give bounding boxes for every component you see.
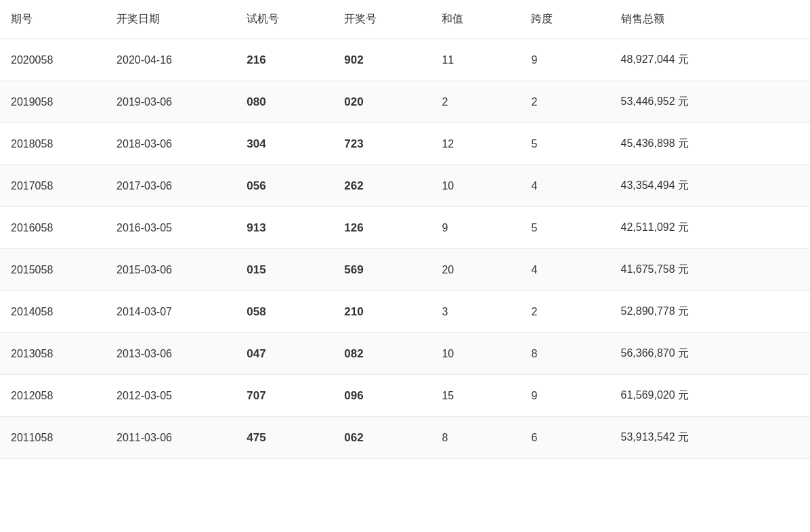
cell-qihao: 2017058 — [0, 165, 106, 207]
cell-xiaoshou: 48,927,044 元 — [610, 39, 810, 81]
cell-xiaoshou: 41,675,758 元 — [610, 249, 810, 291]
cell-kaijang: 262 — [333, 165, 431, 207]
cell-kuadu: 4 — [520, 249, 610, 291]
cell-xiaoshou: 42,511,092 元 — [610, 207, 810, 249]
cell-qihao: 2019058 — [0, 81, 106, 123]
cell-qihao: 2011058 — [0, 417, 106, 459]
table-row: 20130582013-03-0604708210856,366,870 元 — [0, 333, 810, 375]
cell-qihao: 2015058 — [0, 249, 106, 291]
cell-kuadu: 6 — [520, 417, 610, 459]
cell-hezhi: 12 — [431, 123, 520, 165]
cell-kaijang: 569 — [333, 249, 431, 291]
cell-date: 2013-03-06 — [106, 333, 236, 375]
table-row: 20110582011-03-064750628653,913,542 元 — [0, 417, 810, 459]
header-date: 开奖日期 — [106, 0, 236, 39]
header-kuadu: 跨度 — [520, 0, 610, 39]
cell-hezhi: 10 — [431, 165, 520, 207]
cell-kuadu: 9 — [520, 375, 610, 417]
header-shiji: 试机号 — [236, 0, 333, 39]
cell-shiji: 216 — [236, 39, 333, 81]
cell-shiji: 707 — [236, 375, 333, 417]
cell-shiji: 913 — [236, 207, 333, 249]
table-row: 20200582020-04-1621690211948,927,044 元 — [0, 39, 810, 81]
cell-qihao: 2013058 — [0, 333, 106, 375]
cell-hezhi: 3 — [431, 291, 520, 333]
table-row: 20150582015-03-0601556920441,675,758 元 — [0, 249, 810, 291]
cell-kaijang: 020 — [333, 81, 431, 123]
table-row: 20140582014-03-070582103252,890,778 元 — [0, 291, 810, 333]
cell-hezhi: 20 — [431, 249, 520, 291]
cell-kuadu: 5 — [520, 207, 610, 249]
header-qihao: 期号 — [0, 0, 106, 39]
header-kaijang: 开奖号 — [333, 0, 431, 39]
cell-kaijang: 082 — [333, 333, 431, 375]
header-hezhi: 和值 — [431, 0, 520, 39]
table-header-row: 期号 开奖日期 试机号 开奖号 和值 跨度 销售总额 — [0, 0, 810, 39]
header-xiaoshou: 销售总额 — [610, 0, 810, 39]
cell-hezhi: 2 — [431, 81, 520, 123]
cell-date: 2016-03-05 — [106, 207, 236, 249]
cell-qihao: 2018058 — [0, 123, 106, 165]
main-container: 期号 开奖日期 试机号 开奖号 和值 跨度 销售总额 20200582020-0… — [0, 0, 810, 532]
cell-qihao: 2014058 — [0, 291, 106, 333]
cell-date: 2020-04-16 — [106, 39, 236, 81]
cell-hezhi: 15 — [431, 375, 520, 417]
table-row: 20120582012-03-0570709615961,569,020 元 — [0, 375, 810, 417]
cell-hezhi: 11 — [431, 39, 520, 81]
cell-kaijang: 096 — [333, 375, 431, 417]
cell-kuadu: 4 — [520, 165, 610, 207]
table-row: 20170582017-03-0605626210443,354,494 元 — [0, 165, 810, 207]
cell-date: 2012-03-05 — [106, 375, 236, 417]
cell-shiji: 047 — [236, 333, 333, 375]
cell-xiaoshou: 56,366,870 元 — [610, 333, 810, 375]
cell-shiji: 058 — [236, 291, 333, 333]
cell-xiaoshou: 43,354,494 元 — [610, 165, 810, 207]
cell-date: 2015-03-06 — [106, 249, 236, 291]
table-row: 20160582016-03-059131269542,511,092 元 — [0, 207, 810, 249]
cell-qihao: 2016058 — [0, 207, 106, 249]
cell-shiji: 056 — [236, 165, 333, 207]
cell-hezhi: 9 — [431, 207, 520, 249]
cell-hezhi: 10 — [431, 333, 520, 375]
table-row: 20190582019-03-060800202253,446,952 元 — [0, 81, 810, 123]
cell-kuadu: 2 — [520, 291, 610, 333]
cell-qihao: 2020058 — [0, 39, 106, 81]
cell-xiaoshou: 45,436,898 元 — [610, 123, 810, 165]
cell-kuadu: 9 — [520, 39, 610, 81]
table-row: 20180582018-03-0630472312545,436,898 元 — [0, 123, 810, 165]
cell-xiaoshou: 52,890,778 元 — [610, 291, 810, 333]
cell-kaijang: 210 — [333, 291, 431, 333]
cell-qihao: 2012058 — [0, 375, 106, 417]
cell-shiji: 475 — [236, 417, 333, 459]
cell-kuadu: 5 — [520, 123, 610, 165]
cell-date: 2014-03-07 — [106, 291, 236, 333]
cell-kaijang: 126 — [333, 207, 431, 249]
cell-xiaoshou: 61,569,020 元 — [610, 375, 810, 417]
cell-shiji: 304 — [236, 123, 333, 165]
cell-xiaoshou: 53,446,952 元 — [610, 81, 810, 123]
cell-hezhi: 8 — [431, 417, 520, 459]
cell-kaijang: 902 — [333, 39, 431, 81]
cell-kaijang: 062 — [333, 417, 431, 459]
cell-kuadu: 2 — [520, 81, 610, 123]
cell-xiaoshou: 53,913,542 元 — [610, 417, 810, 459]
cell-shiji: 080 — [236, 81, 333, 123]
cell-shiji: 015 — [236, 249, 333, 291]
cell-date: 2018-03-06 — [106, 123, 236, 165]
cell-date: 2019-03-06 — [106, 81, 236, 123]
cell-date: 2011-03-06 — [106, 417, 236, 459]
cell-date: 2017-03-06 — [106, 165, 236, 207]
cell-kuadu: 8 — [520, 333, 610, 375]
lottery-table: 期号 开奖日期 试机号 开奖号 和值 跨度 销售总额 20200582020-0… — [0, 0, 810, 459]
cell-kaijang: 723 — [333, 123, 431, 165]
